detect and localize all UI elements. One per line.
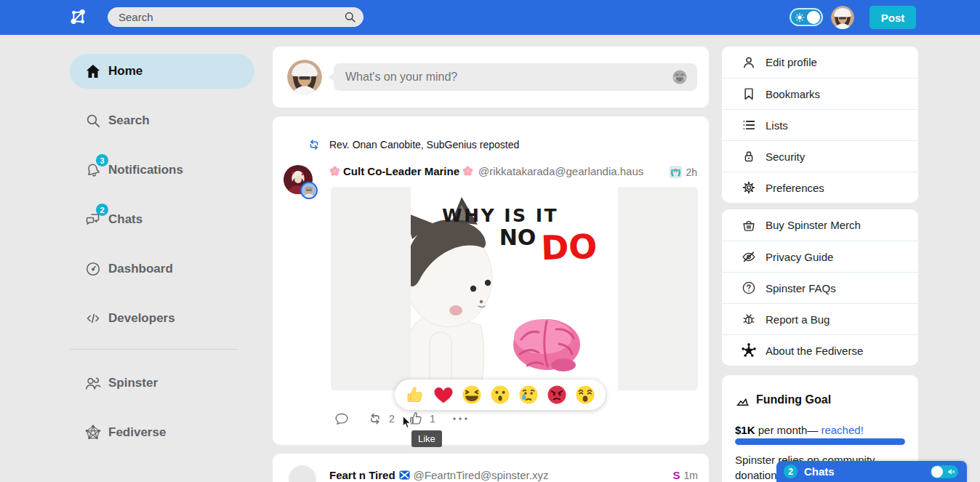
list-icon <box>741 117 757 133</box>
menu-item-privacy-guide[interactable]: Privacy Guide <box>722 241 918 272</box>
menu-item-bookmarks[interactable]: Bookmarks <box>722 78 918 109</box>
sidebar-label: Home <box>108 64 142 79</box>
gauge-icon <box>84 260 102 278</box>
home-icon <box>84 63 102 80</box>
compose-avatar[interactable] <box>287 60 322 95</box>
post-author-handle[interactable]: @rikkatakarada@gearlandia.haus <box>478 165 643 177</box>
menu-item-report-bug[interactable]: Report a Bug <box>722 303 918 334</box>
post-image-meme: WHY IS IT NO DO <box>411 187 618 390</box>
basket-icon <box>741 217 757 233</box>
sidebar-item-fediverse[interactable]: Fediverse <box>70 415 254 450</box>
menu-label: Security <box>766 150 805 163</box>
compose-placeholder: What's on your mind? <box>334 63 697 91</box>
search-icon[interactable] <box>343 10 357 24</box>
menu-item-security[interactable]: Security <box>722 140 918 172</box>
post-card: Rev. Onan Canobite, SubGenius reposted <box>273 116 709 445</box>
next-post-author-name[interactable]: Feart n Tired <box>329 469 395 481</box>
svg-text:DO: DO <box>540 227 598 268</box>
menu-label: Lists <box>766 119 788 132</box>
post-image[interactable]: WHY IS IT NO DO <box>331 187 698 390</box>
question-circle-icon <box>741 280 757 296</box>
compose-input[interactable]: What's on your mind? <box>334 63 697 91</box>
menu-item-lists[interactable]: Lists <box>722 109 918 140</box>
funding-progress-fill <box>735 438 905 445</box>
spinster-app: Post Home Search 3 Notifications 2 <box>0 0 980 482</box>
post-button[interactable]: Post <box>869 6 916 29</box>
menu-item-about-fediverse[interactable]: About the Fediverse <box>722 334 918 366</box>
sidebar-label: Notifications <box>108 163 183 177</box>
reaction-heart-icon[interactable] <box>433 384 454 406</box>
muted-speaker-icon <box>947 467 956 476</box>
post-author-name[interactable]: Cult Co-Leader Marine <box>343 165 459 177</box>
chats-sound-toggle[interactable] <box>931 465 958 478</box>
blossom-emoji <box>462 166 473 177</box>
sidebar-label: Chats <box>108 212 142 227</box>
chats-bar[interactable]: 2 Chats <box>776 461 967 482</box>
like-count: 1 <box>430 413 435 425</box>
sidebar-item-home[interactable]: Home <box>70 54 254 89</box>
like-button[interactable]: 1 <box>408 411 435 427</box>
menu-label: Bookmarks <box>766 88 820 100</box>
next-post-meta: S 1m <box>673 469 698 481</box>
next-post-avatar[interactable] <box>289 465 316 482</box>
info-menu-card: Buy Spinster Merch Privacy Guide Spinste… <box>722 209 918 366</box>
chats-bar-label: Chats <box>804 461 835 482</box>
chats-sound-toggle-knob <box>931 466 943 478</box>
menu-item-faqs[interactable]: Spinster FAQs <box>722 272 918 303</box>
menu-label: Report a Bug <box>766 313 830 326</box>
people-icon <box>84 374 102 392</box>
reaction-angry-icon[interactable] <box>546 384 568 406</box>
bug-icon <box>741 311 757 327</box>
magnifier-icon <box>84 112 102 129</box>
reaction-surprised-icon[interactable] <box>489 384 511 406</box>
theme-toggle[interactable] <box>790 8 823 26</box>
sidebar-item-dashboard[interactable]: Dashboard <box>70 252 254 286</box>
fediverse-star-filled-icon <box>741 342 757 358</box>
sidebar-item-developers[interactable]: Developers <box>70 301 254 336</box>
sidebar-item-chats[interactable]: 2 Chats <box>70 202 254 237</box>
reaction-thumbs-up-icon[interactable] <box>404 384 426 406</box>
sidebar-item-search[interactable]: Search <box>70 103 254 138</box>
reaction-laughing-icon[interactable] <box>461 384 483 406</box>
menu-label: Preferences <box>766 182 824 194</box>
menu-label: Spinster FAQs <box>766 282 836 294</box>
repost-icon <box>307 137 321 152</box>
theme-toggle-knob <box>807 11 820 24</box>
compose-card: What's on your mind? <box>273 47 709 108</box>
lock-icon <box>741 148 757 164</box>
header-user-avatar[interactable] <box>831 6 854 29</box>
menu-item-preferences[interactable]: Preferences <box>722 172 918 203</box>
chats-bar-badge: 2 <box>784 465 798 478</box>
reply-button[interactable] <box>334 411 350 427</box>
menu-item-edit-profile[interactable]: Edit profile <box>722 47 918 78</box>
sidebar-item-spinster[interactable]: Spinster <box>70 366 254 401</box>
miku-emoji <box>670 166 682 178</box>
spinster-badge-icon: S <box>673 469 680 481</box>
funding-goal-amount-line: $1K per month— reached! <box>735 424 864 436</box>
next-post-author-handle[interactable]: @FeartnTired@spinster.xyz <box>414 469 549 481</box>
reached-link[interactable]: reached! <box>821 424 863 436</box>
trend-chart-icon <box>735 394 750 409</box>
menu-label: Edit profile <box>766 56 817 68</box>
sidebar-item-notifications[interactable]: 3 Notifications <box>70 153 254 188</box>
account-menu-card: Edit profile Bookmarks Lists <box>722 47 918 203</box>
reblogger-mini-avatar[interactable] <box>300 182 318 199</box>
like-tooltip: Like <box>411 430 442 447</box>
svg-text:NO: NO <box>499 225 537 250</box>
sidebar-label: Developers <box>108 311 175 326</box>
reaction-weary-icon[interactable] <box>574 384 596 406</box>
reaction-crying-icon[interactable] <box>518 384 539 406</box>
post-timestamp[interactable]: 2h <box>686 166 697 178</box>
search-input[interactable] <box>108 7 364 27</box>
emoji-picker-icon[interactable] <box>671 68 688 86</box>
post-meta: 2h <box>670 166 697 178</box>
sidebar-label: Spinster <box>108 376 158 390</box>
repost-button[interactable]: 2 <box>367 411 395 427</box>
spinster-logo[interactable] <box>68 7 89 28</box>
menu-item-buy-merch[interactable]: Buy Spinster Merch <box>722 209 918 241</box>
more-button[interactable] <box>451 414 469 424</box>
sidebar-divider <box>70 349 237 350</box>
funding-progress-bar <box>735 438 905 445</box>
person-icon <box>741 55 757 71</box>
next-post-timestamp[interactable]: 1m <box>684 470 698 481</box>
